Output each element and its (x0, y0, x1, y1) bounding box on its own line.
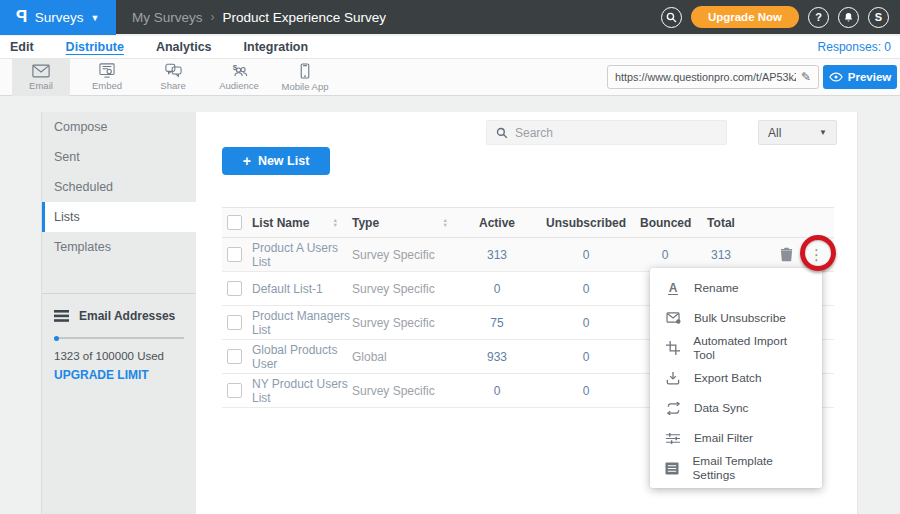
tab-integration[interactable]: Integration (244, 40, 309, 54)
menu-item-bulk-unsubscribe[interactable]: Bulk Unsubscribe (650, 303, 822, 333)
usage-text: 1323 of 100000 Used (54, 350, 184, 362)
row-checkbox[interactable] (227, 247, 242, 262)
list-lines-icon (54, 310, 69, 322)
col-unsubscribed: Unsubscribed (532, 216, 640, 230)
unsubscribed-count: 0 (532, 248, 640, 262)
bulk-unsubscribe-icon (665, 312, 681, 324)
delete-trash-icon[interactable] (780, 247, 793, 262)
help-button[interactable]: ? (808, 7, 829, 28)
active-count[interactable]: 75 (462, 316, 532, 330)
header-actions: Upgrade Now ? S (661, 6, 900, 28)
tool-embed[interactable]: Embed (78, 59, 136, 96)
breadcrumb-current: Product Experience Survey (223, 10, 387, 25)
menu-item-email-filter[interactable]: Email Filter (650, 423, 822, 453)
survey-url-input[interactable] (615, 71, 796, 83)
responses-count-link[interactable]: Responses: 0 (818, 40, 900, 54)
account-avatar[interactable]: S (868, 7, 889, 28)
list-type: Survey Specific (352, 282, 462, 296)
active-count[interactable]: 313 (462, 248, 532, 262)
tool-mobile-app-label: Mobile App (281, 81, 328, 92)
breadcrumb: My Surveys › Product Experience Survey (132, 10, 386, 25)
tab-distribute[interactable]: Distribute (66, 40, 124, 54)
tool-mobile-app[interactable]: Mobile App (276, 59, 334, 96)
email-template-settings-icon (665, 462, 680, 475)
tool-audience-label: Audience (219, 80, 259, 91)
menu-item-email-template-settings[interactable]: Email Template Settings (650, 453, 822, 483)
list-name-link[interactable]: Product Managers List (252, 309, 352, 337)
menu-item-rename[interactable]: A Rename (650, 273, 822, 303)
unsubscribed-count: 0 (532, 350, 640, 364)
row-checkbox[interactable] (227, 349, 242, 364)
tool-email[interactable]: Email (12, 59, 70, 96)
list-type: Survey Specific (352, 316, 462, 330)
upgrade-now-button[interactable]: Upgrade Now (691, 6, 799, 28)
menu-item-export-batch[interactable]: Export Batch (650, 363, 822, 393)
row-checkbox[interactable] (227, 281, 242, 296)
sort-type-icon[interactable]: ▲▼ (443, 218, 448, 228)
new-list-button[interactable]: + New List (222, 147, 330, 175)
menu-item-label: Email Filter (694, 431, 753, 445)
tool-audience[interactable]: $ Audience (210, 59, 268, 96)
bounced-count: 0 (640, 248, 690, 262)
list-type: Survey Specific (352, 384, 462, 398)
tool-share[interactable]: Share (144, 59, 202, 96)
export-batch-icon (665, 371, 681, 385)
menu-item-data-sync[interactable]: Data Sync (650, 393, 822, 423)
plus-icon: + (243, 153, 251, 169)
active-count[interactable]: 0 (462, 282, 532, 296)
menu-item-label: Email Template Settings (693, 454, 808, 482)
sidebar-item-templates[interactable]: Templates (42, 232, 196, 262)
list-search-input[interactable] (515, 126, 717, 140)
active-count[interactable]: 933 (462, 350, 532, 364)
row-checkbox[interactable] (227, 315, 242, 330)
survey-url-box: ✎ (607, 65, 819, 89)
menu-item-label: Data Sync (694, 401, 748, 415)
survey-subnav: Edit Distribute Analytics Integration Re… (0, 36, 900, 58)
row-actions: ⋮ (752, 247, 834, 262)
menu-item-label: Bulk Unsubscribe (694, 311, 786, 325)
product-label: Surveys (35, 10, 84, 25)
sidebar-item-sent[interactable]: Sent (42, 142, 196, 172)
menu-item-automated-import[interactable]: Automated Import Tool (650, 333, 822, 363)
row-checkbox[interactable] (227, 383, 242, 398)
total-count: 313 (690, 248, 752, 262)
email-filter-icon (665, 432, 681, 445)
active-count[interactable]: 0 (462, 384, 532, 398)
mobile-app-icon (300, 63, 310, 79)
product-switcher[interactable]: P Surveys ▼ (0, 0, 116, 35)
top-header: P Surveys ▼ My Surveys › Product Experie… (0, 0, 900, 34)
sort-list-name-icon[interactable]: ▲▼ (333, 218, 338, 228)
row-actions-menu-button[interactable]: ⋮ (809, 247, 824, 262)
list-name-link[interactable]: Product A Users List (252, 241, 352, 269)
preview-button[interactable]: Preview (823, 65, 897, 89)
new-list-button-label: New List (258, 154, 309, 168)
list-name-link[interactable]: Global Products User (252, 343, 352, 371)
col-bounced: Bounced (640, 216, 690, 230)
automated-import-icon (665, 341, 680, 355)
chevron-down-icon: ▼ (91, 13, 100, 23)
data-sync-icon (665, 402, 681, 415)
eye-icon (829, 72, 843, 82)
audience-icon: $ (230, 63, 248, 78)
list-type: Global (352, 350, 462, 364)
edit-url-pencil-icon[interactable]: ✎ (801, 70, 811, 84)
preview-button-label: Preview (848, 71, 891, 83)
breadcrumb-parent[interactable]: My Surveys (132, 10, 203, 25)
list-name-link[interactable]: Default List-1 (252, 282, 352, 296)
upgrade-limit-link[interactable]: UPGRADE LIMIT (54, 368, 184, 382)
select-all-checkbox[interactable] (227, 215, 242, 230)
unsubscribed-count: 0 (532, 316, 640, 330)
search-icon[interactable] (661, 7, 682, 28)
notifications-bell-icon[interactable] (838, 7, 859, 28)
share-icon (165, 63, 182, 78)
tab-analytics[interactable]: Analytics (156, 40, 212, 54)
sidebar-item-scheduled[interactable]: Scheduled (42, 172, 196, 202)
list-filter-dropdown[interactable]: All ▼ (758, 120, 837, 145)
tab-edit[interactable]: Edit (10, 40, 34, 54)
sidebar-item-compose[interactable]: Compose (42, 112, 196, 142)
email-addresses-panel: Email Addresses 1323 of 100000 Used UPGR… (42, 294, 196, 382)
sidebar-item-lists[interactable]: Lists (42, 202, 196, 232)
table-header-row: List Name▲▼ Type▲▼ Active Unsubscribed B… (222, 207, 834, 238)
list-name-link[interactable]: NY Product Users List (252, 377, 352, 405)
tool-email-label: Email (29, 80, 53, 91)
